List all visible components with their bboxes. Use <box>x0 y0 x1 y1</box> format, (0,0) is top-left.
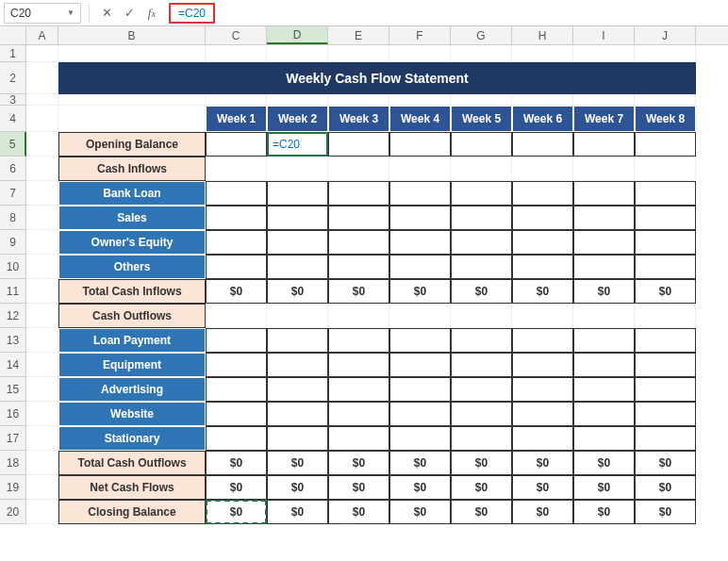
cell[interactable] <box>573 255 635 279</box>
cell[interactable] <box>389 377 451 402</box>
cell[interactable] <box>328 353 389 377</box>
col-header-d[interactable]: D <box>267 26 328 44</box>
cell[interactable]: $0 <box>389 451 451 475</box>
cell[interactable] <box>451 377 512 402</box>
col-header-j[interactable]: J <box>635 26 696 44</box>
cell[interactable] <box>512 426 573 451</box>
cell[interactable] <box>451 206 512 230</box>
cell[interactable] <box>573 132 635 157</box>
cell[interactable] <box>635 328 696 353</box>
cell[interactable]: $0 <box>451 451 512 475</box>
cell[interactable] <box>206 426 267 451</box>
cell[interactable]: $0 <box>512 475 573 500</box>
cell[interactable]: $0 <box>635 451 696 475</box>
cell[interactable]: $0 <box>328 500 389 524</box>
cell[interactable] <box>389 328 451 353</box>
cell[interactable] <box>389 181 451 206</box>
cell[interactable]: $0 <box>635 475 696 500</box>
cell[interactable]: $0 <box>451 500 512 524</box>
row-header[interactable]: 6 <box>0 157 26 181</box>
cell[interactable] <box>389 426 451 451</box>
cell[interactable] <box>573 328 635 353</box>
cell[interactable] <box>267 181 328 206</box>
cell[interactable]: $0 <box>512 451 573 475</box>
row-header[interactable]: 13 <box>0 328 26 353</box>
cell[interactable] <box>573 377 635 402</box>
cell[interactable]: $0 <box>206 475 267 500</box>
cancel-icon[interactable]: ✕ <box>97 4 116 23</box>
cell[interactable] <box>267 426 328 451</box>
cell[interactable]: $0 <box>512 279 573 304</box>
row-header[interactable]: 15 <box>0 377 26 402</box>
cell[interactable] <box>328 402 389 426</box>
cell[interactable] <box>389 132 451 157</box>
col-header-e[interactable]: E <box>328 26 389 44</box>
cell[interactable] <box>451 426 512 451</box>
row-header[interactable]: 2 <box>0 62 26 94</box>
cell[interactable] <box>328 206 389 230</box>
cell-c20[interactable]: $0 <box>206 500 267 524</box>
cell[interactable]: $0 <box>635 500 696 524</box>
cell[interactable]: $0 <box>267 475 328 500</box>
col-header-b[interactable]: B <box>58 26 206 44</box>
row-header[interactable]: 5 <box>0 132 26 157</box>
row-header[interactable]: 20 <box>0 500 26 524</box>
cell[interactable]: $0 <box>328 279 389 304</box>
cell[interactable] <box>206 255 267 279</box>
cell[interactable] <box>573 353 635 377</box>
cell[interactable]: $0 <box>389 500 451 524</box>
row-header[interactable]: 1 <box>0 45 26 62</box>
row-header[interactable]: 9 <box>0 230 26 255</box>
cells-area[interactable]: Weekly Cash Flow Statement Week 1 Week 2… <box>26 45 728 524</box>
cell[interactable] <box>573 426 635 451</box>
cell[interactable] <box>635 377 696 402</box>
col-header-h[interactable]: H <box>512 26 573 44</box>
cell[interactable] <box>635 181 696 206</box>
cell[interactable] <box>451 255 512 279</box>
cell[interactable] <box>328 426 389 451</box>
cell[interactable] <box>512 402 573 426</box>
cell[interactable] <box>635 132 696 157</box>
cell[interactable] <box>451 181 512 206</box>
col-header-c[interactable]: C <box>206 26 267 44</box>
cell[interactable] <box>206 402 267 426</box>
row-header[interactable]: 12 <box>0 304 26 328</box>
cell[interactable]: $0 <box>573 500 635 524</box>
cell[interactable] <box>635 426 696 451</box>
cell[interactable] <box>573 181 635 206</box>
cell-c5[interactable] <box>206 132 267 157</box>
cell[interactable] <box>206 230 267 255</box>
cell[interactable]: $0 <box>206 279 267 304</box>
cell[interactable] <box>389 206 451 230</box>
cell[interactable] <box>389 353 451 377</box>
cell[interactable]: $0 <box>267 279 328 304</box>
cell[interactable] <box>206 377 267 402</box>
cell[interactable] <box>267 402 328 426</box>
cell[interactable] <box>451 328 512 353</box>
cell[interactable] <box>635 353 696 377</box>
cell[interactable] <box>635 402 696 426</box>
cell[interactable] <box>512 328 573 353</box>
cell[interactable] <box>451 402 512 426</box>
row-header[interactable]: 19 <box>0 475 26 500</box>
cell[interactable]: $0 <box>267 500 328 524</box>
cell[interactable] <box>267 255 328 279</box>
cell[interactable] <box>389 402 451 426</box>
select-all-corner[interactable] <box>0 26 26 44</box>
cell[interactable] <box>512 377 573 402</box>
cell[interactable] <box>512 206 573 230</box>
row-header[interactable]: 7 <box>0 181 26 206</box>
cell[interactable]: $0 <box>328 451 389 475</box>
cell[interactable]: $0 <box>573 279 635 304</box>
cell[interactable] <box>635 206 696 230</box>
cell[interactable] <box>328 181 389 206</box>
cell[interactable] <box>389 230 451 255</box>
formula-input[interactable]: =C20 <box>165 3 724 24</box>
cell[interactable] <box>451 353 512 377</box>
cell[interactable]: $0 <box>451 279 512 304</box>
cell[interactable]: $0 <box>512 500 573 524</box>
row-header[interactable]: 11 <box>0 279 26 304</box>
cell[interactable] <box>451 132 512 157</box>
cell[interactable] <box>512 230 573 255</box>
cell[interactable] <box>573 402 635 426</box>
